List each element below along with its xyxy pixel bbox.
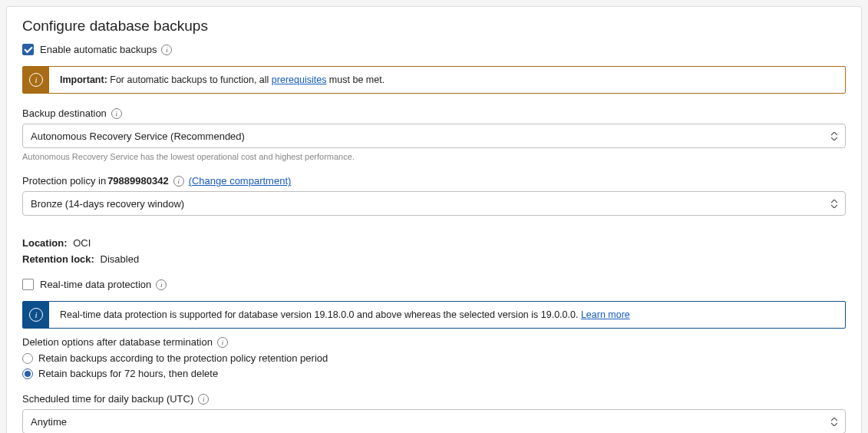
page-title: Configure database backups (22, 18, 846, 35)
chevron-updown-icon (831, 418, 837, 426)
backup-destination-label: Backup destination i (22, 107, 846, 119)
realtime-data-protection-checkbox[interactable] (22, 279, 34, 290)
important-alert-body: Important: For automatic backups to func… (49, 67, 845, 93)
radio-button (22, 353, 33, 364)
realtime-data-protection-row: Real-time data protection i (22, 279, 846, 290)
important-alert: i Important: For automatic backups to fu… (22, 66, 846, 94)
realtime-data-protection-label: Real-time data protection (40, 279, 151, 290)
retention-lock-value: Disabled (101, 253, 140, 265)
learn-more-link[interactable]: Learn more (581, 309, 630, 320)
scheduled-time-label: Scheduled time for daily backup (UTC) i (22, 393, 846, 405)
protection-policy-label: Protection policy in 79889980342 i (Chan… (22, 175, 846, 187)
prerequisites-link[interactable]: prerequisites (272, 74, 327, 85)
deletion-option-retain-policy[interactable]: Retain backups according to the protecti… (22, 352, 846, 364)
realtime-alert: i Real-time data protection is supported… (22, 301, 846, 329)
protection-policy-select[interactable]: Bronze (14-days recovery window) (22, 191, 846, 216)
retention-lock-row: Retention lock: Disabled (22, 253, 846, 265)
info-icon[interactable]: i (198, 394, 209, 405)
info-icon[interactable]: i (173, 176, 184, 187)
alert-icon: i (23, 67, 49, 93)
info-icon[interactable]: i (217, 337, 228, 348)
chevron-updown-icon (831, 132, 837, 140)
backup-destination-help: Autonomous Recovery Service has the lowe… (22, 152, 846, 161)
location-row: Location: OCI (22, 237, 846, 249)
protection-policy-value: Bronze (14-days recovery window) (31, 198, 184, 210)
realtime-alert-body: Real-time data protection is supported f… (49, 302, 845, 328)
scheduled-time-select[interactable]: Anytime (22, 409, 846, 433)
compartment-id: 79889980342 (107, 175, 169, 187)
important-label: Important: (60, 74, 107, 85)
backup-destination-value: Autonomous Recovery Service (Recommended… (31, 131, 245, 142)
backup-destination-select[interactable]: Autonomous Recovery Service (Recommended… (22, 124, 846, 148)
info-icon[interactable]: i (156, 279, 167, 290)
enable-automatic-backups-label: Enable automatic backups (40, 44, 157, 55)
scheduled-time-value: Anytime (31, 416, 67, 428)
configure-database-backups-panel: Configure database backups Enable automa… (6, 6, 862, 433)
info-icon[interactable]: i (111, 108, 122, 119)
chevron-updown-icon (831, 200, 837, 208)
radio-button (22, 369, 33, 379)
location-value: OCI (73, 237, 91, 249)
alert-icon: i (23, 302, 49, 328)
important-text-1: For automatic backups to function, all (107, 74, 272, 85)
info-icon[interactable]: i (161, 45, 172, 55)
change-compartment-link[interactable]: (Change compartment) (189, 175, 292, 187)
deletion-option-retain-72h[interactable]: Retain backups for 72 hours, then delete (22, 368, 846, 379)
important-text-2: must be met. (326, 74, 384, 85)
enable-automatic-backups-row: Enable automatic backups i (22, 44, 846, 55)
deletion-options-label: Deletion options after database terminat… (22, 336, 846, 348)
enable-automatic-backups-checkbox[interactable] (22, 44, 34, 55)
